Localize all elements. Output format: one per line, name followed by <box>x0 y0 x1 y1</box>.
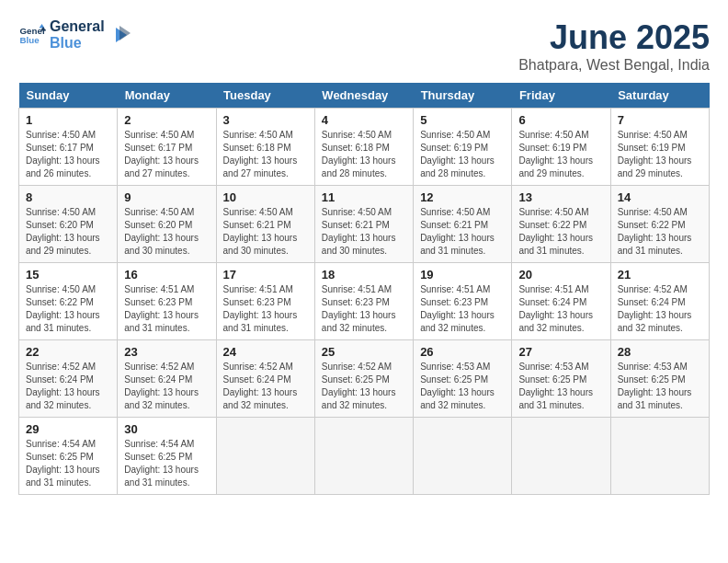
day-number: 1 <box>26 113 110 127</box>
day-info: Sunrise: 4:51 AM Sunset: 6:23 PM Dayligh… <box>420 283 505 335</box>
logo-icon: General Blue <box>18 21 46 49</box>
header-monday: Monday <box>118 83 216 109</box>
svg-text:Blue: Blue <box>20 35 40 45</box>
day-number: 30 <box>124 422 209 436</box>
calendar-cell: 29Sunrise: 4:54 AM Sunset: 6:25 PM Dayli… <box>19 418 118 495</box>
day-number: 15 <box>26 268 110 282</box>
calendar-cell: 9Sunrise: 4:50 AM Sunset: 6:20 PM Daylig… <box>118 186 216 263</box>
day-info: Sunrise: 4:50 AM Sunset: 6:19 PM Dayligh… <box>518 129 603 180</box>
calendar-cell: 19Sunrise: 4:51 AM Sunset: 6:23 PM Dayli… <box>414 263 512 340</box>
day-info: Sunrise: 4:50 AM Sunset: 6:20 PM Dayligh… <box>26 206 110 258</box>
day-info: Sunrise: 4:54 AM Sunset: 6:25 PM Dayligh… <box>124 438 209 489</box>
day-info: Sunrise: 4:50 AM Sunset: 6:20 PM Dayligh… <box>124 206 209 258</box>
calendar-cell: 1Sunrise: 4:50 AM Sunset: 6:17 PM Daylig… <box>19 109 118 186</box>
day-info: Sunrise: 4:52 AM Sunset: 6:24 PM Dayligh… <box>124 361 209 412</box>
calendar-cell: 27Sunrise: 4:53 AM Sunset: 6:25 PM Dayli… <box>512 340 610 418</box>
calendar-cell: 7Sunrise: 4:50 AM Sunset: 6:19 PM Daylig… <box>610 109 709 186</box>
calendar-cell: 18Sunrise: 4:51 AM Sunset: 6:23 PM Dayli… <box>314 263 413 340</box>
day-info: Sunrise: 4:50 AM Sunset: 6:18 PM Dayligh… <box>223 129 308 180</box>
day-info: Sunrise: 4:50 AM Sunset: 6:19 PM Dayligh… <box>420 129 505 180</box>
day-number: 16 <box>124 268 209 282</box>
calendar-cell: 11Sunrise: 4:50 AM Sunset: 6:21 PM Dayli… <box>314 186 413 263</box>
calendar-cell: 16Sunrise: 4:51 AM Sunset: 6:23 PM Dayli… <box>118 263 216 340</box>
calendar-cell: 21Sunrise: 4:52 AM Sunset: 6:24 PM Dayli… <box>610 263 709 340</box>
day-info: Sunrise: 4:50 AM Sunset: 6:22 PM Dayligh… <box>518 206 603 258</box>
day-number: 9 <box>124 190 209 204</box>
month-title: June 2025 <box>518 18 710 57</box>
calendar-cell: 26Sunrise: 4:53 AM Sunset: 6:25 PM Dayli… <box>414 340 512 418</box>
calendar-week-row: 22Sunrise: 4:52 AM Sunset: 6:24 PM Dayli… <box>19 340 710 418</box>
header-friday: Friday <box>512 83 610 109</box>
calendar-cell: 8Sunrise: 4:50 AM Sunset: 6:20 PM Daylig… <box>19 186 118 263</box>
calendar-week-row: 15Sunrise: 4:50 AM Sunset: 6:22 PM Dayli… <box>19 263 710 340</box>
calendar-cell: 4Sunrise: 4:50 AM Sunset: 6:18 PM Daylig… <box>314 109 413 186</box>
calendar-cell: 10Sunrise: 4:50 AM Sunset: 6:21 PM Dayli… <box>216 186 314 263</box>
day-info: Sunrise: 4:53 AM Sunset: 6:25 PM Dayligh… <box>420 361 505 412</box>
day-number: 2 <box>124 113 209 127</box>
calendar-cell: 25Sunrise: 4:52 AM Sunset: 6:25 PM Dayli… <box>314 340 413 418</box>
day-info: Sunrise: 4:51 AM Sunset: 6:23 PM Dayligh… <box>124 283 209 335</box>
calendar-cell: 6Sunrise: 4:50 AM Sunset: 6:19 PM Daylig… <box>512 109 610 186</box>
day-number: 24 <box>223 345 308 359</box>
day-info: Sunrise: 4:51 AM Sunset: 6:23 PM Dayligh… <box>223 283 308 335</box>
day-number: 3 <box>223 113 308 127</box>
day-info: Sunrise: 4:53 AM Sunset: 6:25 PM Dayligh… <box>518 361 603 412</box>
calendar-cell <box>610 418 709 495</box>
day-number: 27 <box>518 345 603 359</box>
day-number: 21 <box>618 268 702 282</box>
day-number: 17 <box>223 268 308 282</box>
calendar-cell <box>512 418 610 495</box>
day-info: Sunrise: 4:50 AM Sunset: 6:21 PM Dayligh… <box>322 206 406 258</box>
day-info: Sunrise: 4:50 AM Sunset: 6:21 PM Dayligh… <box>223 206 308 258</box>
calendar-header-row: SundayMondayTuesdayWednesdayThursdayFrid… <box>19 83 710 109</box>
header: General Blue General Blue June 2025 Bhat… <box>18 18 710 74</box>
day-number: 5 <box>420 113 505 127</box>
header-wednesday: Wednesday <box>314 83 413 109</box>
day-info: Sunrise: 4:51 AM Sunset: 6:23 PM Dayligh… <box>322 283 406 335</box>
day-number: 25 <box>322 345 406 359</box>
calendar-cell: 13Sunrise: 4:50 AM Sunset: 6:22 PM Dayli… <box>512 186 610 263</box>
calendar-cell <box>414 418 512 495</box>
calendar-cell <box>314 418 413 495</box>
day-info: Sunrise: 4:51 AM Sunset: 6:24 PM Dayligh… <box>518 283 603 335</box>
calendar-cell: 24Sunrise: 4:52 AM Sunset: 6:24 PM Dayli… <box>216 340 314 418</box>
calendar-cell: 2Sunrise: 4:50 AM Sunset: 6:17 PM Daylig… <box>118 109 216 186</box>
day-info: Sunrise: 4:54 AM Sunset: 6:25 PM Dayligh… <box>26 438 110 489</box>
day-number: 20 <box>518 268 603 282</box>
calendar-week-row: 1Sunrise: 4:50 AM Sunset: 6:17 PM Daylig… <box>19 109 710 186</box>
day-number: 11 <box>322 190 406 204</box>
day-number: 23 <box>124 345 209 359</box>
header-sunday: Sunday <box>19 83 118 109</box>
day-number: 19 <box>420 268 505 282</box>
svg-marker-5 <box>119 26 131 40</box>
day-info: Sunrise: 4:50 AM Sunset: 6:22 PM Dayligh… <box>618 206 702 258</box>
logo-general: General <box>50 18 105 35</box>
location-title: Bhatpara, West Bengal, India <box>518 57 710 74</box>
calendar-cell: 14Sunrise: 4:50 AM Sunset: 6:22 PM Dayli… <box>610 186 709 263</box>
day-number: 29 <box>26 422 110 436</box>
calendar-table: SundayMondayTuesdayWednesdayThursdayFrid… <box>18 83 710 495</box>
day-info: Sunrise: 4:50 AM Sunset: 6:17 PM Dayligh… <box>26 129 110 180</box>
calendar-week-row: 8Sunrise: 4:50 AM Sunset: 6:20 PM Daylig… <box>19 186 710 263</box>
day-number: 6 <box>518 113 603 127</box>
calendar-cell <box>216 418 314 495</box>
day-info: Sunrise: 4:50 AM Sunset: 6:22 PM Dayligh… <box>26 283 110 335</box>
calendar-cell: 23Sunrise: 4:52 AM Sunset: 6:24 PM Dayli… <box>118 340 216 418</box>
day-info: Sunrise: 4:52 AM Sunset: 6:24 PM Dayligh… <box>618 283 702 335</box>
day-info: Sunrise: 4:53 AM Sunset: 6:25 PM Dayligh… <box>618 361 702 412</box>
day-number: 28 <box>618 345 702 359</box>
day-number: 10 <box>223 190 308 204</box>
logo-arrow-icon <box>108 24 131 46</box>
logo: General Blue General Blue <box>18 18 131 52</box>
calendar-cell: 30Sunrise: 4:54 AM Sunset: 6:25 PM Dayli… <box>118 418 216 495</box>
day-number: 4 <box>322 113 406 127</box>
calendar-cell: 3Sunrise: 4:50 AM Sunset: 6:18 PM Daylig… <box>216 109 314 186</box>
day-info: Sunrise: 4:50 AM Sunset: 6:17 PM Dayligh… <box>124 129 209 180</box>
calendar-week-row: 29Sunrise: 4:54 AM Sunset: 6:25 PM Dayli… <box>19 418 710 495</box>
header-saturday: Saturday <box>610 83 709 109</box>
day-number: 26 <box>420 345 505 359</box>
day-info: Sunrise: 4:52 AM Sunset: 6:24 PM Dayligh… <box>223 361 308 412</box>
header-thursday: Thursday <box>414 83 512 109</box>
day-number: 7 <box>618 113 702 127</box>
header-tuesday: Tuesday <box>216 83 314 109</box>
